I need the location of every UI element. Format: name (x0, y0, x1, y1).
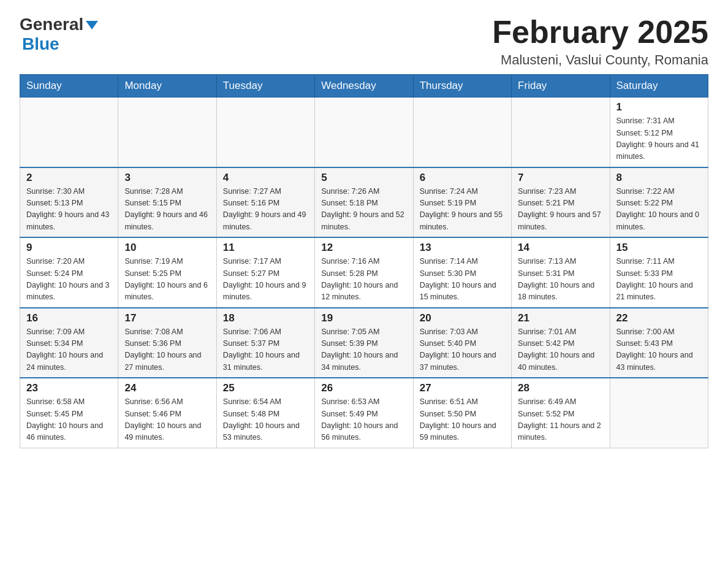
calendar-cell: 4Sunrise: 7:27 AMSunset: 5:16 PMDaylight… (216, 167, 314, 238)
calendar-week-row: 16Sunrise: 7:09 AMSunset: 5:34 PMDayligh… (20, 308, 708, 378)
calendar-cell: 24Sunrise: 6:56 AMSunset: 5:46 PMDayligh… (118, 378, 216, 448)
calendar-cell: 19Sunrise: 7:05 AMSunset: 5:39 PMDayligh… (315, 308, 413, 378)
day-info: Sunrise: 6:53 AMSunset: 5:49 PMDaylight:… (321, 396, 406, 444)
day-info: Sunrise: 7:19 AMSunset: 5:25 PMDaylight:… (124, 256, 210, 304)
calendar-cell: 23Sunrise: 6:58 AMSunset: 5:45 PMDayligh… (20, 378, 118, 448)
day-number: 13 (420, 242, 505, 254)
day-info: Sunrise: 7:09 AMSunset: 5:34 PMDaylight:… (26, 326, 112, 374)
calendar-week-row: 9Sunrise: 7:20 AMSunset: 5:24 PMDaylight… (20, 237, 708, 308)
day-number: 25 (223, 382, 308, 394)
day-number: 24 (124, 382, 210, 394)
day-info: Sunrise: 7:20 AMSunset: 5:24 PMDaylight:… (26, 256, 112, 304)
calendar-cell (20, 98, 118, 167)
calendar-cell: 13Sunrise: 7:14 AMSunset: 5:30 PMDayligh… (413, 237, 511, 308)
calendar-title: February 2025 (492, 15, 708, 50)
day-info: Sunrise: 7:27 AMSunset: 5:16 PMDaylight:… (223, 186, 308, 234)
calendar-cell: 8Sunrise: 7:22 AMSunset: 5:22 PMDaylight… (610, 167, 708, 238)
day-number: 8 (616, 172, 702, 184)
day-number: 5 (321, 172, 406, 184)
calendar-cell: 28Sunrise: 6:49 AMSunset: 5:52 PMDayligh… (512, 378, 610, 448)
day-info: Sunrise: 7:31 AMSunset: 5:12 PMDaylight:… (616, 115, 702, 163)
page-header: General Blue February 2025 Malusteni, Va… (20, 15, 708, 68)
calendar-cell: 26Sunrise: 6:53 AMSunset: 5:49 PMDayligh… (315, 378, 413, 448)
day-info: Sunrise: 6:51 AMSunset: 5:50 PMDaylight:… (420, 396, 505, 444)
day-number: 19 (321, 312, 406, 324)
calendar-cell: 25Sunrise: 6:54 AMSunset: 5:48 PMDayligh… (216, 378, 314, 448)
day-number: 18 (223, 312, 308, 324)
day-info: Sunrise: 7:22 AMSunset: 5:22 PMDaylight:… (616, 186, 702, 234)
day-number: 26 (321, 382, 406, 394)
calendar-cell: 14Sunrise: 7:13 AMSunset: 5:31 PMDayligh… (512, 237, 610, 308)
day-info: Sunrise: 7:05 AMSunset: 5:39 PMDaylight:… (321, 326, 406, 374)
calendar-cell: 22Sunrise: 7:00 AMSunset: 5:43 PMDayligh… (610, 308, 708, 378)
day-number: 7 (518, 172, 603, 184)
calendar-cell: 3Sunrise: 7:28 AMSunset: 5:15 PMDaylight… (118, 167, 216, 238)
calendar-cell: 11Sunrise: 7:17 AMSunset: 5:27 PMDayligh… (216, 237, 314, 308)
day-info: Sunrise: 7:00 AMSunset: 5:43 PMDaylight:… (616, 326, 702, 374)
calendar-cell: 7Sunrise: 7:23 AMSunset: 5:21 PMDaylight… (512, 167, 610, 238)
day-info: Sunrise: 7:08 AMSunset: 5:36 PMDaylight:… (124, 326, 210, 374)
calendar-cell: 18Sunrise: 7:06 AMSunset: 5:37 PMDayligh… (216, 308, 314, 378)
logo-general-text: General (20, 15, 83, 34)
day-number: 27 (420, 382, 505, 394)
calendar-table: SundayMondayTuesdayWednesdayThursdayFrid… (20, 74, 708, 448)
day-number: 3 (124, 172, 210, 184)
day-info: Sunrise: 6:58 AMSunset: 5:45 PMDaylight:… (26, 396, 112, 444)
day-info: Sunrise: 7:23 AMSunset: 5:21 PMDaylight:… (518, 186, 603, 234)
day-number: 4 (223, 172, 308, 184)
calendar-cell: 1Sunrise: 7:31 AMSunset: 5:12 PMDaylight… (610, 98, 708, 167)
logo-arrow-icon (86, 21, 98, 29)
day-number: 9 (26, 242, 112, 254)
day-number: 28 (518, 382, 603, 394)
calendar-cell: 20Sunrise: 7:03 AMSunset: 5:40 PMDayligh… (413, 308, 511, 378)
calendar-cell: 2Sunrise: 7:30 AMSunset: 5:13 PMDaylight… (20, 167, 118, 238)
day-info: Sunrise: 7:11 AMSunset: 5:33 PMDaylight:… (616, 256, 702, 304)
day-info: Sunrise: 7:01 AMSunset: 5:42 PMDaylight:… (518, 326, 603, 374)
day-info: Sunrise: 6:49 AMSunset: 5:52 PMDaylight:… (518, 396, 603, 444)
header-sunday: Sunday (20, 75, 118, 98)
calendar-cell: 17Sunrise: 7:08 AMSunset: 5:36 PMDayligh… (118, 308, 216, 378)
day-info: Sunrise: 7:14 AMSunset: 5:30 PMDaylight:… (420, 256, 505, 304)
calendar-cell (413, 98, 511, 167)
day-info: Sunrise: 6:56 AMSunset: 5:46 PMDaylight:… (124, 396, 210, 444)
calendar-week-row: 1Sunrise: 7:31 AMSunset: 5:12 PMDaylight… (20, 98, 708, 167)
day-info: Sunrise: 7:13 AMSunset: 5:31 PMDaylight:… (518, 256, 603, 304)
day-number: 11 (223, 242, 308, 254)
day-info: Sunrise: 7:17 AMSunset: 5:27 PMDaylight:… (223, 256, 308, 304)
day-number: 20 (420, 312, 505, 324)
calendar-cell: 9Sunrise: 7:20 AMSunset: 5:24 PMDaylight… (20, 237, 118, 308)
calendar-cell (315, 98, 413, 167)
calendar-cell: 16Sunrise: 7:09 AMSunset: 5:34 PMDayligh… (20, 308, 118, 378)
day-number: 10 (124, 242, 210, 254)
day-number: 16 (26, 312, 112, 324)
day-number: 23 (26, 382, 112, 394)
calendar-cell (610, 378, 708, 448)
calendar-week-row: 2Sunrise: 7:30 AMSunset: 5:13 PMDaylight… (20, 167, 708, 238)
calendar-cell (118, 98, 216, 167)
calendar-cell: 6Sunrise: 7:24 AMSunset: 5:19 PMDaylight… (413, 167, 511, 238)
logo-blue-text: Blue (22, 34, 59, 54)
day-number: 15 (616, 242, 702, 254)
calendar-subtitle: Malusteni, Vaslui County, Romania (492, 52, 708, 68)
day-number: 1 (616, 101, 702, 113)
day-number: 17 (124, 312, 210, 324)
logo: General Blue (20, 15, 98, 54)
day-info: Sunrise: 7:24 AMSunset: 5:19 PMDaylight:… (420, 186, 505, 234)
header-saturday: Saturday (610, 75, 708, 98)
day-number: 22 (616, 312, 702, 324)
calendar-header-row: SundayMondayTuesdayWednesdayThursdayFrid… (20, 75, 708, 98)
title-block: February 2025 Malusteni, Vaslui County, … (492, 15, 708, 68)
calendar-cell: 12Sunrise: 7:16 AMSunset: 5:28 PMDayligh… (315, 237, 413, 308)
day-info: Sunrise: 7:26 AMSunset: 5:18 PMDaylight:… (321, 186, 406, 234)
calendar-week-row: 23Sunrise: 6:58 AMSunset: 5:45 PMDayligh… (20, 378, 708, 448)
day-number: 6 (420, 172, 505, 184)
calendar-cell: 15Sunrise: 7:11 AMSunset: 5:33 PMDayligh… (610, 237, 708, 308)
calendar-cell: 21Sunrise: 7:01 AMSunset: 5:42 PMDayligh… (512, 308, 610, 378)
day-number: 14 (518, 242, 603, 254)
day-info: Sunrise: 7:16 AMSunset: 5:28 PMDaylight:… (321, 256, 406, 304)
day-number: 2 (26, 172, 112, 184)
day-info: Sunrise: 7:06 AMSunset: 5:37 PMDaylight:… (223, 326, 308, 374)
header-friday: Friday (512, 75, 610, 98)
calendar-cell: 27Sunrise: 6:51 AMSunset: 5:50 PMDayligh… (413, 378, 511, 448)
header-thursday: Thursday (413, 75, 511, 98)
